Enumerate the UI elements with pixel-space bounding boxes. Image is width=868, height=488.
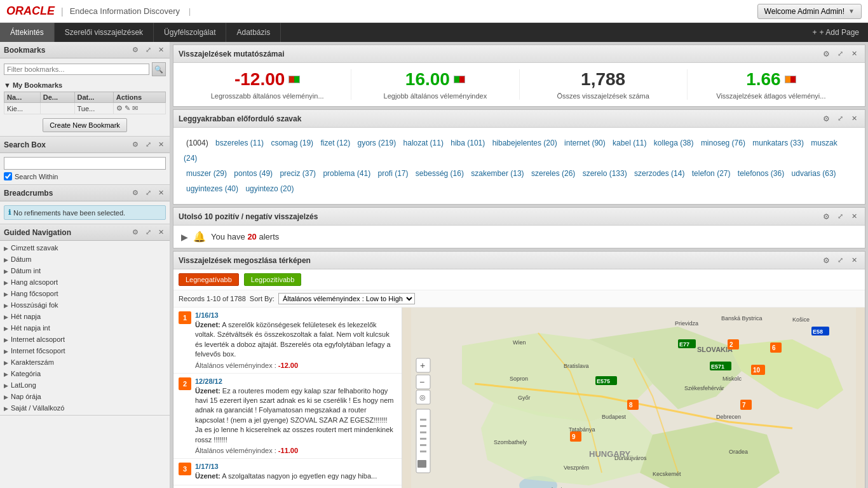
- word-hiba[interactable]: hiba (101): [451, 139, 485, 147]
- review-date-3[interactable]: 1/17/13: [195, 463, 397, 470]
- alert-expand-icon[interactable]: ▶: [181, 232, 188, 242]
- search-within-label: Search Within: [15, 173, 58, 180]
- search-within-checkbox[interactable]: [4, 172, 12, 180]
- word-szerelo[interactable]: szerelo (133): [583, 169, 627, 178]
- guided-nav-item[interactable]: Karakterszám: [0, 356, 170, 368]
- searchbox-expand-icon[interactable]: [143, 140, 153, 150]
- negative-button[interactable]: Legnegatívabb: [179, 273, 239, 286]
- word-halozat[interactable]: halozat (11): [403, 139, 444, 147]
- svg-text:2: 2: [729, 341, 733, 348]
- word-kollega[interactable]: kollega (38): [654, 139, 694, 147]
- breadcrumbs-expand-icon[interactable]: [143, 188, 153, 198]
- guided-nav-item[interactable]: Internet alcsoport: [0, 334, 170, 345]
- word-bszereles[interactable]: bszereles (11): [215, 139, 264, 147]
- welcome-button[interactable]: Welcome Admin Admin! ▼: [757, 4, 862, 19]
- word-gyors[interactable]: gyors (219): [357, 139, 396, 147]
- word-profi[interactable]: profi (17): [377, 169, 408, 178]
- tab-szereloi[interactable]: Szerelői visszajelzések: [55, 23, 154, 42]
- word-pontos[interactable]: pontos (49): [234, 169, 273, 178]
- review-date-1[interactable]: 1/16/13: [195, 311, 397, 319]
- positive-button[interactable]: Legpozitívabb: [244, 273, 302, 286]
- search-input[interactable]: [4, 157, 166, 170]
- guided-nav-item[interactable]: Kategória: [0, 368, 170, 379]
- svg-text:Sopron: Sopron: [510, 376, 528, 382]
- word-telefon[interactable]: telefon (27): [692, 169, 731, 178]
- svg-text:Oradea: Oradea: [729, 449, 748, 455]
- bookmarks-gear-icon[interactable]: [130, 45, 140, 55]
- guided-nav-item[interactable]: Hét napja int: [0, 322, 170, 334]
- word-szakember[interactable]: szakember (13): [471, 169, 524, 178]
- guided-nav-item[interactable]: LatLong: [0, 379, 170, 391]
- word-hibabejelentes[interactable]: hibabejelentes (20): [492, 139, 557, 147]
- map-close-icon[interactable]: [848, 255, 860, 266]
- word-problema[interactable]: problema (41): [323, 169, 370, 178]
- bm-gear-icon[interactable]: ⚙: [116, 104, 123, 112]
- word-szereles[interactable]: szereles (26): [531, 169, 575, 178]
- sort-select[interactable]: Általános véleményindex : Low to High: [278, 293, 415, 304]
- tab-attekintes[interactable]: Áttekintés: [0, 23, 55, 42]
- tab-adatbazis[interactable]: Adatbázis: [226, 23, 281, 42]
- word-internet[interactable]: internet (90): [564, 139, 606, 147]
- word-telefonos[interactable]: telefonos (36): [738, 169, 784, 178]
- guided-nav-item[interactable]: Dátum: [0, 254, 170, 265]
- word-ugyintezes[interactable]: ugyintezes (40): [186, 184, 238, 193]
- bm-edit-icon[interactable]: ✎: [125, 104, 130, 112]
- breadcrumb-no-refinements: ℹ No refinements have been selected.: [4, 205, 166, 220]
- breadcrumbs-close-icon[interactable]: [156, 188, 166, 198]
- word-sebesség[interactable]: sebesség (16): [416, 169, 464, 178]
- word-kabel[interactable]: kabel (11): [613, 139, 646, 147]
- tab-ugyfelszolgalat[interactable]: Ügyfélszolgálat: [154, 23, 226, 42]
- create-bookmark-button[interactable]: Create New Bookmark: [43, 118, 127, 132]
- word-muszer[interactable]: muszer (29): [186, 169, 227, 178]
- searchbox-close-icon[interactable]: [156, 140, 166, 150]
- map-expand-icon[interactable]: [834, 255, 846, 266]
- review-date-2[interactable]: 12/28/12: [195, 377, 397, 385]
- breadcrumbs-gear-icon[interactable]: [130, 188, 140, 198]
- wordcloud-expand-icon[interactable]: [834, 113, 846, 125]
- guided-nav-item[interactable]: Nap órája: [0, 391, 170, 402]
- word-fizet[interactable]: fizet (12): [320, 139, 350, 147]
- wordcloud-close-icon[interactable]: [848, 113, 860, 125]
- word-ugyintezo[interactable]: ugyintezo (20): [245, 184, 294, 193]
- my-bookmarks-label[interactable]: ▼ My Bookmarks: [4, 80, 166, 92]
- word-csomag[interactable]: csomag (19): [271, 139, 313, 147]
- guided-nav-item[interactable]: Internet főcsoport: [0, 345, 170, 356]
- metrics-expand-icon[interactable]: [834, 48, 846, 60]
- guided-nav-item[interactable]: Dátum int: [0, 265, 170, 276]
- last10-expand-icon[interactable]: [834, 211, 846, 222]
- svg-text:Győr: Győr: [518, 395, 531, 401]
- guided-nav-item[interactable]: Hang főcsoport: [0, 288, 170, 299]
- searchbox-gear-icon[interactable]: [130, 140, 140, 150]
- guided-nav-item[interactable]: Hang alcsoport: [0, 276, 170, 288]
- bookmarks-close-icon[interactable]: [156, 45, 166, 55]
- bookmark-filter-input[interactable]: [4, 64, 149, 75]
- guided-nav-item[interactable]: Cimzett szavak: [0, 242, 170, 254]
- last10-widget: Utolsó 10 pozitív / negatív visszajelzés…: [173, 207, 865, 248]
- bookmark-search-button[interactable]: 🔍: [152, 62, 166, 76]
- bm-mail-icon[interactable]: ✉: [132, 104, 138, 112]
- word-szerzodes[interactable]: szerzodes (14): [634, 169, 684, 178]
- wordcloud-gear-icon[interactable]: [820, 113, 832, 125]
- breadcrumbs-body: ℹ No refinements have been selected.: [0, 201, 170, 224]
- guided-nav-item[interactable]: Hosszúsági fok: [0, 299, 170, 311]
- nav-arrow-icon: [4, 279, 8, 286]
- guided-nav-item[interactable]: Saját / Vállalkozó: [0, 402, 170, 414]
- add-page-button[interactable]: + + Add Page: [804, 23, 868, 42]
- word-munkatars[interactable]: munkatars (33): [752, 139, 804, 147]
- guided-nav-gear-icon[interactable]: [130, 227, 140, 238]
- word-udvarias[interactable]: udvarias (63): [792, 169, 836, 178]
- review-prefix-2: Üzenet:: [195, 387, 220, 395]
- word-preciz[interactable]: preciz (37): [280, 169, 316, 178]
- last10-gear-icon[interactable]: [820, 211, 832, 222]
- metrics-gear-icon[interactable]: [820, 48, 832, 60]
- metrics-close-icon[interactable]: [848, 48, 860, 60]
- guided-nav-item[interactable]: Hét napja: [0, 311, 170, 322]
- guided-nav-expand-icon[interactable]: [143, 227, 153, 238]
- review-item-1: 1 1/16/13 Üzenet: A szerelők közönségese…: [173, 308, 402, 374]
- svg-text:Košice: Košice: [792, 316, 810, 323]
- word-minoseg[interactable]: minoseg (76): [701, 139, 745, 147]
- last10-close-icon[interactable]: [848, 211, 860, 222]
- bookmarks-expand-icon[interactable]: [143, 45, 153, 55]
- map-gear-icon[interactable]: [820, 255, 832, 266]
- guided-nav-close-icon[interactable]: [156, 227, 166, 238]
